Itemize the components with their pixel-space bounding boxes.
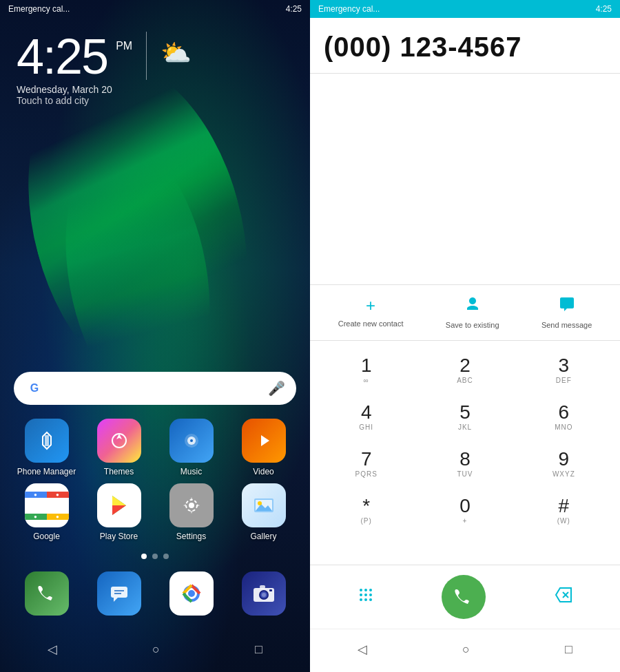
right-status-emergency: Emergency cal... xyxy=(318,4,380,14)
svg-point-31 xyxy=(369,589,372,591)
app-music[interactable]: Music xyxy=(158,419,224,476)
dock-chrome-icon xyxy=(169,571,214,616)
right-status-time: 4:25 xyxy=(596,4,612,14)
dialpad-toggle-button[interactable] xyxy=(358,587,374,607)
dot-3 xyxy=(163,554,169,559)
left-content: Emergency cal... 4:25 4:25 PM ⛅ Wednesda… xyxy=(0,0,310,672)
music-label: Music xyxy=(180,467,202,476)
dial-key-9[interactable]: 9 WXYZ xyxy=(515,441,613,488)
dial-6: 6 xyxy=(559,403,570,422)
dial-key-star[interactable]: * (P) xyxy=(317,488,415,535)
dial-key-0[interactable]: 0 + xyxy=(415,488,514,535)
dial-9-letters: WXYZ xyxy=(552,470,575,480)
clock-divider xyxy=(146,32,147,80)
app-gallery[interactable]: Gallery xyxy=(231,483,296,541)
playstore-icon xyxy=(97,483,141,527)
svg-point-29 xyxy=(360,589,362,591)
dial-hash: # xyxy=(559,496,570,516)
dial-key-hash[interactable]: # (W) xyxy=(515,488,613,535)
dial-1-letters: ∞ xyxy=(364,377,369,386)
dial-5: 5 xyxy=(459,403,471,422)
dial-0: 0 xyxy=(459,496,471,516)
google-logo: G xyxy=(25,379,44,398)
phone-manager-label: Phone Manager xyxy=(17,467,76,476)
dial-key-3[interactable]: 3 DEF xyxy=(515,348,613,395)
dial-8-letters: TUV xyxy=(457,470,473,480)
svg-point-4 xyxy=(190,439,193,442)
save-to-existing-button[interactable]: Save to existing xyxy=(446,296,499,329)
svg-point-36 xyxy=(364,598,367,601)
svg-marker-5 xyxy=(261,435,269,446)
save-existing-label: Save to existing xyxy=(446,321,499,329)
dial-9: 9 xyxy=(559,450,570,469)
app-google[interactable]: ● ● ● ● Google xyxy=(14,483,79,541)
dial-key-4[interactable]: 4 GHI xyxy=(317,395,415,441)
svg-point-10 xyxy=(189,503,194,508)
backspace-button[interactable] xyxy=(553,585,572,609)
video-label: Video xyxy=(253,467,273,476)
app-phone-manager[interactable]: Phone Manager xyxy=(14,419,79,476)
dial-star-letters: (P) xyxy=(360,517,371,527)
clock-period: PM xyxy=(116,40,132,52)
google-label: Google xyxy=(33,532,60,541)
dial-1: 1 xyxy=(361,356,372,375)
send-message-icon xyxy=(559,296,575,317)
app-settings[interactable]: Settings xyxy=(158,483,224,541)
dial-star: * xyxy=(362,496,370,516)
svg-marker-8 xyxy=(112,505,126,515)
mic-icon[interactable]: 🎤 xyxy=(268,380,285,397)
weather-icon: ⛅ xyxy=(161,39,192,67)
back-button[interactable]: ◁ xyxy=(42,636,63,662)
right-nav-bar: ◁ ○ □ xyxy=(310,629,620,672)
dial-2: 2 xyxy=(459,356,471,375)
dial-4: 4 xyxy=(361,403,372,422)
dial-key-2[interactable]: 2 ABC xyxy=(415,348,514,395)
home-button[interactable]: ○ xyxy=(147,637,165,662)
app-themes[interactable]: Themes xyxy=(86,419,152,476)
right-recent-button[interactable]: □ xyxy=(559,637,578,662)
dial-6-letters: MNO xyxy=(555,423,572,433)
svg-point-33 xyxy=(364,594,367,596)
right-home-button[interactable]: ○ xyxy=(457,637,475,662)
svg-rect-0 xyxy=(45,435,49,446)
dial-5-letters: JKL xyxy=(458,423,472,433)
dock-messages[interactable] xyxy=(86,571,152,616)
left-status-bar: Emergency cal... 4:25 xyxy=(0,0,310,18)
dial-7-letters: PQRS xyxy=(355,470,377,480)
google-icon: ● ● ● ● xyxy=(25,483,69,527)
send-message-button[interactable]: Send message xyxy=(541,296,592,329)
app-video[interactable]: Video xyxy=(231,419,296,476)
dial-3-letters: DEF xyxy=(556,377,572,386)
clock-date: Wednesday, March 20 xyxy=(17,84,293,95)
left-phone: Emergency cal... 4:25 4:25 PM ⛅ Wednesda… xyxy=(0,0,310,672)
dock-phone-icon xyxy=(25,571,69,616)
dot-1 xyxy=(141,554,147,559)
create-contact-icon: + xyxy=(366,296,375,315)
dock-chrome[interactable] xyxy=(158,571,224,616)
dock-phone[interactable] xyxy=(14,571,79,616)
clock-time: 4:25 xyxy=(17,32,107,81)
dial-key-8[interactable]: 8 TUV xyxy=(415,441,514,488)
call-button[interactable] xyxy=(442,575,486,619)
svg-marker-9 xyxy=(112,496,126,505)
dial-hash-letters: (W) xyxy=(557,517,570,527)
right-back-button[interactable]: ◁ xyxy=(352,636,373,662)
app-grid-row2: ● ● ● ● Google Play Store xyxy=(0,483,310,548)
dial-key-5[interactable]: 5 JKL xyxy=(415,395,514,441)
dial-key-6[interactable]: 6 MNO xyxy=(515,395,613,441)
search-bar[interactable]: G 🎤 xyxy=(14,372,296,405)
themes-label: Themes xyxy=(104,467,134,476)
right-phone: Emergency cal... 4:25 (000) 123-4567 + C… xyxy=(310,0,620,672)
video-icon xyxy=(242,419,286,463)
status-emergency: Emergency cal... xyxy=(8,4,70,14)
dock-camera[interactable] xyxy=(231,571,296,616)
dial-row-1: 1 ∞ 2 ABC 3 DEF xyxy=(310,348,620,395)
dock-messages-icon xyxy=(97,571,141,616)
app-playstore[interactable]: Play Store xyxy=(86,483,152,541)
dial-key-7[interactable]: 7 PQRS xyxy=(317,441,415,488)
create-new-contact-button[interactable]: + Create new contact xyxy=(338,296,404,329)
dial-key-1[interactable]: 1 ∞ xyxy=(317,348,415,395)
recent-button[interactable]: □ xyxy=(249,637,268,662)
phone-manager-icon xyxy=(25,419,69,463)
clock-city[interactable]: Touch to add city xyxy=(17,95,293,106)
